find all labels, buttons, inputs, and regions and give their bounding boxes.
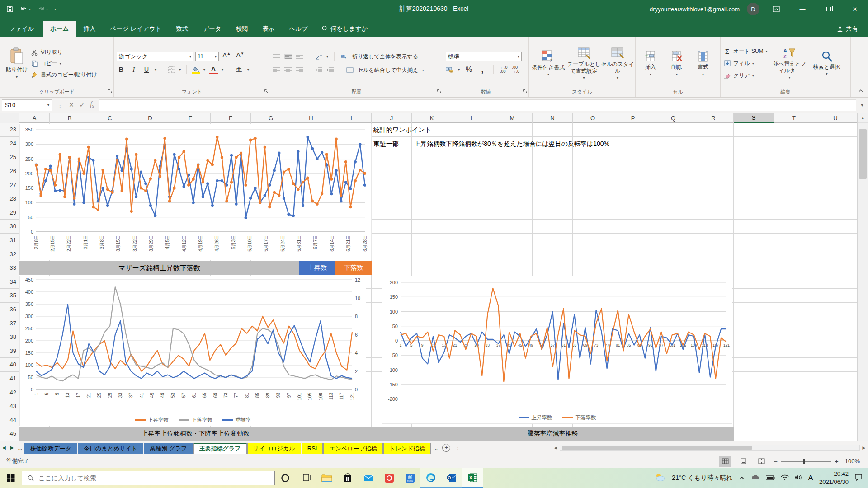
- format-painter-button[interactable]: 書式のコピー/貼り付け: [31, 69, 97, 80]
- insert-function-icon[interactable]: fx: [90, 101, 94, 109]
- format-cells-button[interactable]: 書式▾: [691, 39, 715, 88]
- column-header-G[interactable]: G: [251, 113, 291, 123]
- row-header-43[interactable]: 43: [0, 399, 19, 413]
- menu-app-icon[interactable]: @menu: [400, 468, 420, 488]
- file-explorer-icon[interactable]: [316, 468, 337, 488]
- onedrive-icon[interactable]: [751, 474, 760, 482]
- formula-input[interactable]: [99, 99, 856, 111]
- column-header-K[interactable]: K: [412, 113, 452, 123]
- row-header-38[interactable]: 38: [0, 330, 19, 344]
- decrease-decimal-icon[interactable]: .00→.0: [512, 66, 520, 74]
- row-header-26[interactable]: 26: [0, 164, 19, 178]
- column-header-R[interactable]: R: [693, 113, 734, 123]
- align-bottom-icon[interactable]: [296, 54, 303, 59]
- column-header-J[interactable]: J: [372, 113, 412, 123]
- find-select-button[interactable]: 検索と選択▾: [812, 39, 842, 88]
- sheet-overflow-right[interactable]: ...: [431, 445, 439, 451]
- row-header-42[interactable]: 42: [0, 385, 19, 399]
- decrease-indent-icon[interactable]: [315, 67, 322, 73]
- tell-me-search[interactable]: 何をしますか: [315, 21, 374, 37]
- ribbon-tab-ホーム[interactable]: ホーム: [43, 21, 76, 37]
- account-avatar[interactable]: D: [747, 3, 760, 15]
- sheet-tab-エンベロープ指標[interactable]: エンベロープ指標: [323, 443, 383, 454]
- sheet-nav-left-icon[interactable]: ◀: [0, 445, 8, 450]
- row-header-33[interactable]: 33: [0, 261, 19, 275]
- number-format-combo[interactable]: 標準▾: [446, 52, 522, 61]
- ribbon-tab-ページ レイアウト[interactable]: ページ レイアウト: [103, 21, 169, 37]
- column-header-L[interactable]: L: [452, 113, 492, 123]
- sheet-tab-株価診断データ[interactable]: 株価診断データ: [24, 443, 77, 454]
- zoom-slider[interactable]: − +: [774, 457, 839, 465]
- align-middle-icon[interactable]: [284, 54, 292, 59]
- excel-icon[interactable]: X: [462, 468, 483, 488]
- vertical-scrollbar[interactable]: ▲: [857, 113, 868, 441]
- cell-styles-button[interactable]: セルのスタイル▾: [603, 39, 632, 88]
- volume-icon[interactable]: [795, 474, 802, 482]
- show-hidden-icons-icon[interactable]: [739, 474, 745, 482]
- autosum-button[interactable]: Σ オート SUM▾: [723, 46, 768, 56]
- page-layout-view-icon[interactable]: [737, 456, 749, 467]
- borders-icon[interactable]: [168, 66, 175, 74]
- minimize-button[interactable]: —: [793, 1, 812, 17]
- merge-center-button[interactable]: セルを結合して中央揃え: [358, 66, 418, 74]
- column-header-C[interactable]: C: [90, 113, 130, 123]
- legend-cell-advances[interactable]: 上昇数: [299, 261, 335, 275]
- cancel-entry-icon[interactable]: ✕: [69, 101, 74, 108]
- align-left-icon[interactable]: [273, 67, 280, 73]
- sheet-tab-トレンド指標[interactable]: トレンド指標: [383, 443, 431, 454]
- row-header-25[interactable]: 25: [0, 150, 19, 164]
- cell-K24[interactable]: 上昇銘柄数下降銘柄数が80％を超えた場合には翌日の反転率は100%: [414, 137, 609, 150]
- expand-formula-bar-icon[interactable]: ▾: [856, 103, 868, 108]
- battery-icon[interactable]: [766, 474, 775, 482]
- increase-indent-icon[interactable]: [326, 67, 334, 73]
- legend-cell-declines[interactable]: 下落数: [335, 261, 372, 275]
- column-header-H[interactable]: H: [291, 113, 331, 123]
- row-header-24[interactable]: 24: [0, 137, 19, 151]
- column-header-O[interactable]: O: [573, 113, 613, 123]
- font-size-combo[interactable]: 11▾: [195, 52, 219, 61]
- sheet-tab-業種別 グラフ[interactable]: 業種別 グラフ: [144, 443, 193, 454]
- vertical-scroll-thumb[interactable]: [859, 129, 867, 179]
- ime-mode-indicator[interactable]: A: [808, 474, 813, 483]
- column-header-B[interactable]: B: [50, 113, 90, 123]
- copy-button[interactable]: コピー▾: [31, 58, 97, 69]
- row-header-45[interactable]: 45: [0, 427, 19, 441]
- weather-text[interactable]: 21°C くもり時々晴れ: [672, 474, 732, 482]
- column-header-A[interactable]: A: [19, 113, 50, 123]
- row-header-30[interactable]: 30: [0, 220, 19, 234]
- zoom-level[interactable]: 100%: [845, 458, 860, 465]
- row-header-39[interactable]: 39: [0, 344, 19, 358]
- ribbon-tab-データ[interactable]: データ: [195, 21, 228, 37]
- confirm-entry-icon[interactable]: ✓: [80, 101, 85, 108]
- column-header-Q[interactable]: Q: [653, 113, 693, 123]
- chart-mothers-advance-decline[interactable]: 0501001502002503003502月8日2月15日2月22日3月1日3…: [19, 124, 372, 260]
- ribbon-tab-挿入[interactable]: 挿入: [76, 21, 103, 37]
- row-header-41[interactable]: 41: [0, 372, 19, 386]
- taskbar-clock[interactable]: 20:42 2021/06/30: [819, 470, 849, 486]
- column-header-F[interactable]: F: [211, 113, 251, 123]
- ribbon-display-options-icon[interactable]: [767, 1, 786, 17]
- customize-quick-access-icon[interactable]: ▾: [54, 7, 56, 11]
- align-right-icon[interactable]: [296, 67, 303, 73]
- column-header-N[interactable]: N: [533, 113, 573, 123]
- zoom-out-icon[interactable]: −: [774, 457, 778, 465]
- clipboard-dialog-launcher-icon[interactable]: [108, 87, 112, 95]
- comma-style-icon[interactable]: ,: [478, 65, 487, 75]
- horizontal-scroll-thumb[interactable]: [562, 446, 752, 450]
- wrap-text-button[interactable]: 折り返して全体を表示する: [352, 53, 418, 61]
- row-header-44[interactable]: 44: [0, 413, 19, 427]
- edge-icon[interactable]: [420, 468, 441, 488]
- ribbon-tab-表示[interactable]: 表示: [255, 21, 282, 37]
- alignment-dialog-launcher-icon[interactable]: [437, 87, 441, 95]
- column-header-U[interactable]: U: [814, 113, 857, 123]
- outlook-icon[interactable]: O: [441, 468, 462, 488]
- chart-advance-decline-rate[interactable]: -200-150-100-500501001502001591317212529…: [382, 276, 732, 424]
- paste-button[interactable]: 貼り付け▾: [3, 39, 31, 88]
- orientation-icon[interactable]: [315, 54, 322, 59]
- action-center-icon[interactable]: [854, 474, 863, 483]
- row-header-40[interactable]: 40: [0, 358, 19, 372]
- row-header-31[interactable]: 31: [0, 234, 19, 248]
- row-header-23[interactable]: 23: [0, 123, 19, 137]
- search-input[interactable]: [38, 474, 269, 482]
- scroll-left-icon[interactable]: ◀: [552, 446, 560, 450]
